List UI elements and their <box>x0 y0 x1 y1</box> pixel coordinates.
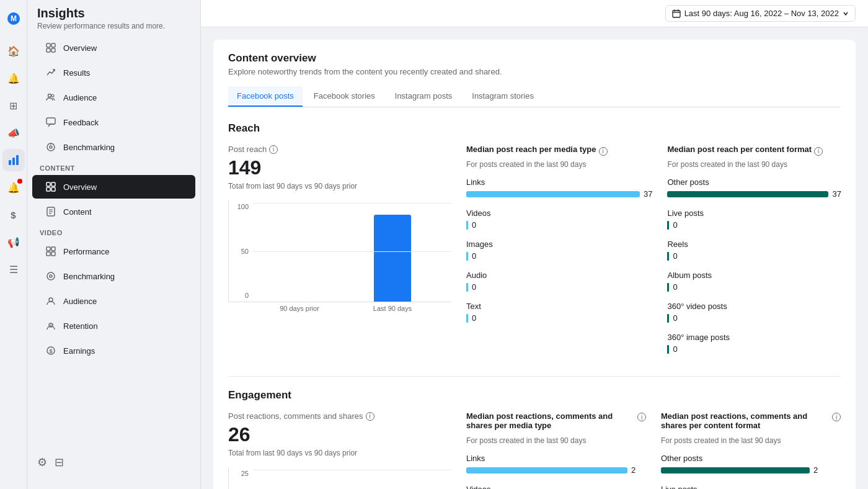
media-audio-track: 0 <box>466 282 652 292</box>
reach-format-reels: Reels 0 <box>667 240 841 261</box>
median-content-format-info[interactable]: i <box>814 147 823 156</box>
app-subtitle: Review performance results and more. <box>37 22 190 30</box>
svg-rect-6 <box>51 43 55 47</box>
reach-format-other: Other posts 37 <box>667 177 841 199</box>
video-audience-icon <box>45 295 57 307</box>
eng-links-label: Links <box>466 454 646 463</box>
media-audio-label: Audio <box>466 271 652 280</box>
layout-icon[interactable]: ⊟ <box>55 455 64 469</box>
sidebar-item-audience[interactable]: Audience <box>32 86 195 109</box>
media-links-bar <box>466 191 640 197</box>
sidebar-item-label: Performance <box>63 247 109 256</box>
media-links-value: 37 <box>644 189 652 199</box>
menu-icon[interactable]: ☰ <box>2 258 25 280</box>
media-links-label: Links <box>466 177 652 187</box>
eng-content-format-info[interactable]: i <box>832 413 841 421</box>
svg-text:$: $ <box>49 348 52 354</box>
format-live-value: 0 <box>673 220 677 230</box>
media-text-track: 0 <box>466 313 652 323</box>
sidebar-item-feedback[interactable]: Feedback <box>32 110 195 134</box>
content-overview-card: Content overview Explore noteworthy tren… <box>213 40 856 489</box>
date-range-text: Last 90 days: Aug 16, 2022 – Nov 13, 202… <box>684 9 839 18</box>
sidebar-item-video-benchmarking[interactable]: Benchmarking <box>32 264 195 288</box>
settings-icon[interactable]: ⚙ <box>37 455 47 469</box>
retention-icon <box>45 320 57 332</box>
tab-facebook-stories[interactable]: Facebook stories <box>305 86 384 107</box>
sidebar-item-label: Results <box>63 68 90 78</box>
eng-media-type-info[interactable]: i <box>637 413 646 421</box>
engagement-grid: Post reactions, comments and shares i 26… <box>228 411 841 489</box>
eng-format-other-track: 2 <box>661 465 841 475</box>
svg-text:M: M <box>11 14 17 23</box>
reactions-label: Post reactions, comments and shares i <box>228 411 451 421</box>
sidebar-item-performance[interactable]: Performance <box>32 240 195 263</box>
chart-icon[interactable] <box>2 149 25 171</box>
sidebar-item-content[interactable]: Content <box>32 200 195 223</box>
sidebar-item-results[interactable]: Results <box>32 61 195 84</box>
app-title: Insights <box>37 6 190 20</box>
format-other-track: 37 <box>667 189 841 199</box>
home-icon[interactable]: 🏠 <box>2 40 25 62</box>
media-images-track: 0 <box>466 251 652 261</box>
reach-col-2: Median post reach per media type i For p… <box>466 145 652 364</box>
eng-media-videos: Videos 0 <box>466 485 646 489</box>
tab-instagram-stories[interactable]: Instagram stories <box>463 86 542 107</box>
media-text-zero <box>466 314 468 323</box>
reach-media-images: Images 0 <box>466 240 652 261</box>
format-reels-track: 0 <box>667 251 841 261</box>
media-videos-label: Videos <box>466 209 652 218</box>
sidebar-item-content-overview[interactable]: Overview <box>32 175 195 199</box>
format-360video-zero <box>667 314 669 323</box>
x-label-90-prior: 90 days prior <box>253 305 346 312</box>
sidebar-item-overview[interactable]: Overview <box>32 36 195 60</box>
content-overview-icon <box>45 181 57 193</box>
speaker-icon[interactable]: 📢 <box>2 231 25 253</box>
dollar-icon[interactable]: $ <box>2 204 25 226</box>
engagement-bar-chart-inner: 25 20 <box>228 467 451 489</box>
median-media-type-subtitle: For posts created in the last 90 days <box>466 160 652 169</box>
sidebar-item-benchmarking-top[interactable]: Benchmarking <box>32 135 195 159</box>
eng-media-type-title: Median post reactions, comments and shar… <box>466 411 635 430</box>
eng-videos-label: Videos <box>466 485 646 489</box>
reactions-info[interactable]: i <box>366 412 374 421</box>
svg-rect-4 <box>16 155 19 165</box>
topbar: Last 90 days: Aug 16, 2022 – Nov 13, 202… <box>201 0 868 27</box>
svg-point-31 <box>50 325 51 326</box>
sidebar-item-label: Audience <box>63 93 97 102</box>
format-live-zero <box>667 221 669 230</box>
reach-format-360image: 360° image posts 0 <box>667 333 841 354</box>
table-icon[interactable]: ⊞ <box>2 94 25 117</box>
median-content-format-title: Median post reach per content format <box>667 145 812 154</box>
y-label-100: 100 <box>229 203 249 210</box>
tab-instagram-posts[interactable]: Instagram posts <box>386 86 461 107</box>
post-reach-info[interactable]: i <box>269 145 278 154</box>
eng-media-type-subtitle: For posts created in the last 90 days <box>466 436 646 445</box>
overview-icon <box>45 42 57 54</box>
sidebar-item-video-audience[interactable]: Audience <box>32 289 195 313</box>
meta-logo[interactable]: M <box>2 7 25 30</box>
sidebar-item-retention[interactable]: Retention <box>32 314 195 338</box>
format-live-label: Live posts <box>667 209 841 218</box>
earnings-icon: $ <box>45 344 57 357</box>
megaphone-icon[interactable]: 📣 <box>2 122 25 144</box>
y-label-0: 0 <box>229 292 249 299</box>
media-text-label: Text <box>466 302 652 311</box>
median-media-type-info[interactable]: i <box>599 147 608 156</box>
eng-links-bar <box>466 467 627 473</box>
median-content-format-subtitle: For posts created in the last 90 days <box>667 160 841 169</box>
date-range-picker[interactable]: Last 90 days: Aug 16, 2022 – Nov 13, 202… <box>665 5 856 22</box>
reach-col-3: Median post reach per content format i F… <box>667 145 841 364</box>
media-audio-value: 0 <box>472 282 476 292</box>
sidebar-item-label: Overview <box>63 182 97 192</box>
sidebar-item-earnings[interactable]: $ Earnings <box>32 339 195 362</box>
svg-point-9 <box>48 94 51 97</box>
reach-format-360video: 360° video posts 0 <box>667 302 841 323</box>
format-reels-label: Reels <box>667 240 841 249</box>
tab-facebook-posts[interactable]: Facebook posts <box>228 86 303 107</box>
reach-format-live: Live posts 0 <box>667 209 841 230</box>
bar-last-90 <box>374 215 411 302</box>
svg-rect-23 <box>46 247 50 251</box>
bell-icon[interactable]: 🔔 <box>2 67 25 89</box>
format-album-zero <box>667 283 669 292</box>
notification-dot-icon[interactable]: 🔔 <box>2 176 25 199</box>
